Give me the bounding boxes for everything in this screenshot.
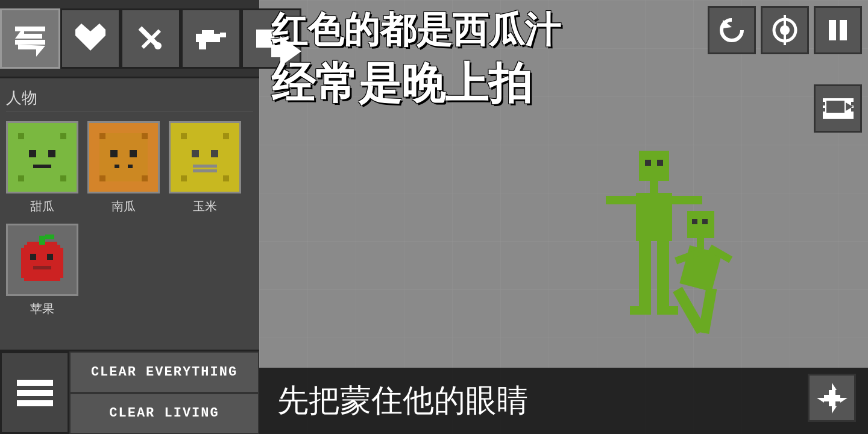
main-container: 人物: [0, 0, 868, 434]
svg-rect-26: [102, 136, 145, 178]
health-button[interactable]: [60, 8, 121, 69]
svg-rect-63: [17, 380, 53, 386]
svg-rect-91: [687, 211, 714, 238]
char-item-corn[interactable]: 玉米: [169, 121, 241, 215]
svg-rect-81: [645, 160, 651, 166]
svg-rect-74: [822, 102, 825, 105]
svg-rect-45: [223, 133, 229, 139]
svg-rect-62: [33, 266, 51, 269]
move-button[interactable]: [808, 374, 856, 422]
svg-rect-32: [142, 133, 148, 139]
pause-button[interactable]: [814, 6, 862, 54]
char-label-pumpkin: 南瓜: [112, 198, 136, 215]
char-item-melon[interactable]: 甜瓜: [6, 121, 78, 215]
svg-rect-31: [99, 133, 105, 139]
clear-everything-button[interactable]: CLEAR EVERYTHING: [69, 351, 259, 393]
svg-rect-19: [18, 133, 24, 139]
svg-marker-66: [271, 36, 301, 66]
svg-rect-2: [15, 40, 45, 45]
svg-rect-86: [672, 196, 702, 204]
characters-grid: 甜瓜: [6, 121, 253, 215]
char-label-corn: 玉米: [193, 198, 217, 215]
char-sprite-melon: [6, 121, 78, 193]
svg-rect-38: [128, 165, 133, 168]
svg-rect-24: [48, 150, 55, 157]
svg-rect-105: [824, 395, 840, 401]
svg-rect-93: [702, 219, 708, 224]
svg-rect-0: [15, 27, 45, 31]
svg-rect-37: [115, 165, 119, 168]
svg-rect-43: [187, 175, 223, 181]
svg-rect-72: [840, 20, 847, 40]
subtitle-line2: 经常是晚上拍: [271, 55, 561, 113]
svg-rect-29: [105, 133, 142, 139]
svg-rect-55: [57, 248, 63, 278]
action-bar: CLEAR EVERYTHING CLEAR LIVING: [0, 350, 259, 434]
svg-rect-34: [142, 175, 148, 181]
svg-marker-101: [832, 406, 837, 414]
clear-living-button[interactable]: CLEAR LIVING: [69, 393, 259, 435]
svg-marker-3: [18, 45, 45, 57]
svg-rect-8: [196, 34, 220, 42]
undo-button[interactable]: [708, 6, 756, 54]
svg-rect-76: [851, 102, 855, 105]
refresh-button[interactable]: [761, 6, 809, 54]
svg-rect-44: [181, 133, 187, 139]
svg-rect-75: [822, 108, 825, 112]
bottom-subtitle-text: 先把蒙住他的眼睛: [277, 383, 528, 418]
svg-rect-27: [99, 139, 105, 175]
top-right-controls: [708, 6, 862, 54]
svg-rect-61: [47, 254, 53, 260]
svg-rect-87: [639, 241, 651, 307]
svg-rect-42: [187, 133, 223, 139]
arrow-indicator: [268, 33, 304, 72]
svg-rect-71: [829, 20, 836, 40]
svg-rect-83: [650, 181, 658, 193]
char-sprite-corn: [169, 121, 241, 193]
subtitle-area: 红色的都是西瓜汁 经常是晚上拍: [271, 6, 561, 113]
svg-rect-82: [657, 160, 663, 166]
svg-rect-41: [223, 139, 229, 175]
svg-rect-54: [21, 248, 27, 278]
char-sprite-apple: [6, 224, 78, 296]
svg-rect-84: [636, 193, 672, 241]
subtitle-line1: 红色的都是西瓜汁: [271, 6, 561, 55]
svg-rect-65: [17, 400, 53, 406]
svg-rect-47: [223, 175, 229, 181]
svg-rect-59: [45, 234, 54, 239]
svg-rect-11: [202, 30, 214, 34]
svg-rect-40: [181, 139, 187, 175]
svg-rect-58: [39, 236, 45, 245]
toolbar: [0, 0, 259, 78]
svg-rect-60: [30, 254, 36, 260]
sword-button[interactable]: [121, 8, 181, 69]
svg-rect-46: [181, 175, 187, 181]
svg-rect-77: [851, 108, 855, 112]
svg-rect-18: [24, 175, 60, 181]
svg-rect-94: [697, 238, 704, 249]
svg-rect-14: [21, 136, 63, 178]
bottom-subtitle: 先把蒙住他的眼睛: [259, 368, 868, 434]
svg-rect-10: [220, 33, 226, 37]
game-area: 红色的都是西瓜汁 经常是晚上拍: [259, 0, 868, 434]
svg-marker-103: [840, 398, 848, 403]
svg-rect-33: [99, 175, 105, 181]
svg-rect-80: [639, 151, 669, 181]
svg-rect-23: [29, 150, 36, 157]
svg-rect-36: [130, 150, 137, 157]
menu-button[interactable]: [0, 351, 69, 434]
char-item-apple[interactable]: 苹果: [6, 224, 78, 317]
char-item-pumpkin[interactable]: 南瓜: [87, 121, 160, 215]
svg-rect-50: [193, 165, 217, 168]
svg-marker-102: [817, 398, 824, 403]
swap-button[interactable]: [0, 8, 60, 69]
svg-rect-17: [24, 133, 60, 139]
camera-button[interactable]: [814, 84, 862, 133]
svg-rect-16: [60, 139, 66, 175]
char-label-apple: 苹果: [30, 301, 54, 317]
svg-rect-89: [630, 306, 651, 315]
left-panel: 人物: [0, 0, 259, 434]
gun-button[interactable]: [181, 8, 241, 69]
svg-rect-90: [657, 306, 678, 315]
svg-marker-4: [75, 24, 105, 51]
